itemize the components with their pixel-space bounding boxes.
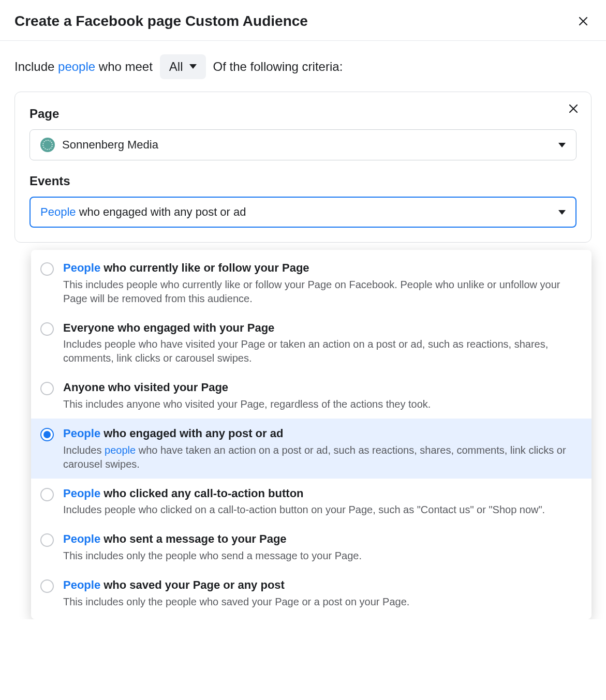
event-option[interactable]: Anyone who visited your PageThis include… xyxy=(31,373,592,419)
event-option[interactable]: Everyone who engaged with your PageInclu… xyxy=(31,313,592,373)
event-option-title-rest: who sent a message to your Page xyxy=(100,532,286,545)
event-option-title-rest: who saved your Page or any post xyxy=(100,578,285,591)
event-option-title-highlight: People xyxy=(63,261,100,274)
event-option-description: Includes people who have taken an action… xyxy=(63,443,579,471)
radio-button[interactable] xyxy=(40,488,54,501)
event-option-title-rest: Anyone who visited your Page xyxy=(63,381,228,394)
event-option-body: People who clicked any call-to-action bu… xyxy=(63,486,545,517)
event-option-description: This includes people who currently like … xyxy=(63,278,579,306)
event-option-body: Anyone who visited your PageThis include… xyxy=(63,380,431,411)
radio-button[interactable] xyxy=(40,579,54,593)
event-option-title: People who saved your Page or any post xyxy=(63,577,409,593)
event-option-body: People who sent a message to your PageTh… xyxy=(63,531,362,563)
radio-button[interactable] xyxy=(40,533,54,547)
event-option-title: People who engaged with any post or ad xyxy=(63,426,579,441)
criteria-card: Page Sonnenberg Media Events People who … xyxy=(14,92,592,243)
event-option-title-highlight: People xyxy=(63,487,100,500)
match-mode-label: All xyxy=(169,59,183,74)
event-option-body: People who saved your Page or any postTh… xyxy=(63,577,409,609)
remove-criteria-button[interactable] xyxy=(567,102,580,116)
close-icon xyxy=(567,102,580,115)
criteria-filter-row: Include people who meet All Of the follo… xyxy=(0,41,606,92)
event-option-title-rest: who engaged with any post or ad xyxy=(100,427,283,440)
event-option-description: This includes only the people who saved … xyxy=(63,595,409,609)
event-option-body: Everyone who engaged with your PageInclu… xyxy=(63,320,579,366)
events-field-label: Events xyxy=(29,173,577,189)
event-option[interactable]: People who currently like or follow your… xyxy=(31,253,592,313)
dialog-title: Create a Facebook page Custom Audience xyxy=(14,11,308,31)
event-option-description: Includes people who have visited your Pa… xyxy=(63,337,579,365)
filter-suffix: Of the following criteria: xyxy=(213,58,343,75)
page-selector-value: Sonnenberg Media xyxy=(62,137,158,153)
event-option-title-rest: Everyone who engaged with your Page xyxy=(63,321,274,334)
event-option-description: This includes only the people who send a… xyxy=(63,549,362,563)
event-option-title: People who currently like or follow your… xyxy=(63,260,579,276)
event-option[interactable]: People who engaged with any post or adIn… xyxy=(31,419,592,479)
event-option[interactable]: People who saved your Page or any postTh… xyxy=(31,570,592,616)
match-mode-selector[interactable]: All xyxy=(160,54,206,79)
event-option[interactable]: People who sent a message to your PageTh… xyxy=(31,524,592,570)
radio-button[interactable] xyxy=(40,322,54,336)
event-option[interactable]: People who clicked any call-to-action bu… xyxy=(31,479,592,525)
event-option-title: Anyone who visited your Page xyxy=(63,380,431,395)
radio-button[interactable] xyxy=(40,262,54,276)
event-option-body: People who engaged with any post or adIn… xyxy=(63,426,579,471)
event-option-title-highlight: People xyxy=(63,578,100,591)
event-option-title-rest: who currently like or follow your Page xyxy=(100,261,309,274)
events-selector[interactable]: People who engaged with any post or ad xyxy=(29,197,577,228)
people-link[interactable]: people xyxy=(58,59,95,73)
event-option-title: People who clicked any call-to-action bu… xyxy=(63,486,545,501)
close-icon xyxy=(577,15,589,27)
event-option-description: Includes people who clicked on a call-to… xyxy=(63,503,545,517)
dialog-header: Create a Facebook page Custom Audience xyxy=(0,0,606,41)
page-avatar-icon xyxy=(40,138,55,152)
chevron-down-icon xyxy=(558,210,566,215)
events-dropdown-list: People who currently like or follow your… xyxy=(31,253,592,616)
close-dialog-button[interactable] xyxy=(575,13,592,29)
event-option-description: This includes anyone who visited your Pa… xyxy=(63,397,431,411)
filter-text: Include people who meet xyxy=(14,58,153,75)
event-option-title-highlight: People xyxy=(63,532,100,545)
event-option-title: Everyone who engaged with your Page xyxy=(63,320,579,336)
events-highlight: People xyxy=(40,205,76,218)
event-option-title: People who sent a message to your Page xyxy=(63,531,362,547)
events-selector-value: People who engaged with any post or ad xyxy=(40,204,246,220)
filter-prefix: Include xyxy=(14,59,58,73)
event-option-title-highlight: People xyxy=(63,427,100,440)
chevron-down-icon xyxy=(189,64,197,69)
page-selector[interactable]: Sonnenberg Media xyxy=(29,129,577,160)
filter-middle: who meet xyxy=(95,59,153,73)
page-field-label: Page xyxy=(29,106,577,122)
chevron-down-icon xyxy=(558,143,566,147)
events-dropdown: People who currently like or follow your… xyxy=(31,250,592,619)
event-option-body: People who currently like or follow your… xyxy=(63,260,579,306)
radio-button[interactable] xyxy=(40,382,54,395)
event-option-title-rest: who clicked any call-to-action button xyxy=(100,487,303,500)
events-rest: who engaged with any post or ad xyxy=(76,205,246,218)
radio-button[interactable] xyxy=(40,428,54,441)
